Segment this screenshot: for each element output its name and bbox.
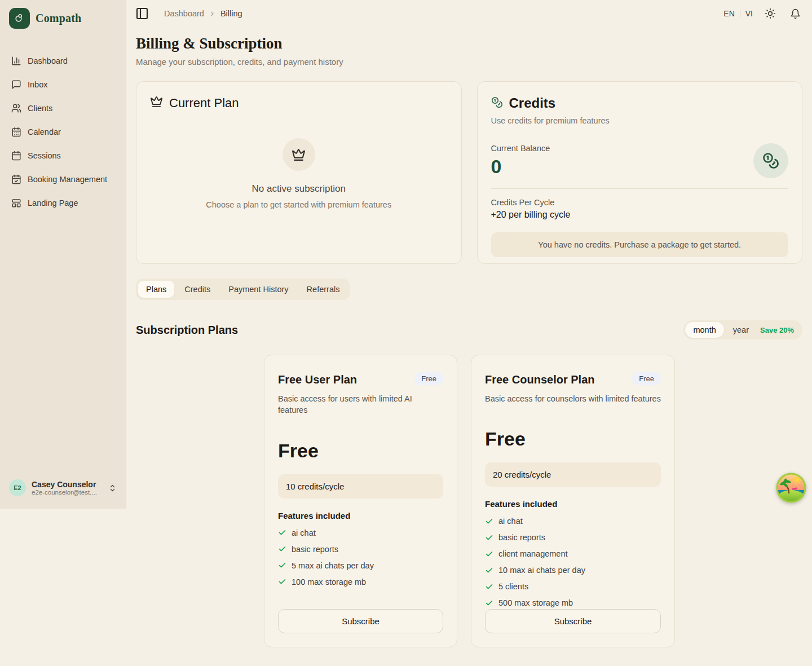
page-subtitle: Manage your subscription, credits, and p… — [136, 57, 803, 67]
balance-label: Current Balance — [491, 144, 550, 153]
billing-tabs: Plans Credits Payment History Referrals — [136, 279, 350, 300]
plan-price: Free — [485, 428, 661, 450]
current-plan-header: Current Plan — [150, 95, 448, 111]
check-icon — [278, 528, 286, 537]
credits-per-cycle-value: +20 per billing cycle — [491, 210, 789, 220]
plan-name: Free User Plan — [278, 373, 357, 386]
bell-icon — [790, 8, 801, 19]
calendar-icon — [11, 151, 21, 161]
tab-credits[interactable]: Credits — [176, 281, 218, 298]
check-icon — [485, 517, 493, 526]
plans-heading: Subscription Plans — [136, 324, 238, 337]
page-header: Billing & Subscription Manage your subsc… — [127, 27, 812, 67]
sidebar-item-label: Calendar — [28, 127, 61, 136]
crown-badge-icon — [283, 138, 315, 171]
feature-item: 5 max ai chats per day — [278, 561, 443, 570]
plan-top: Free Counselor Plan Free — [485, 369, 661, 386]
sidebar-item-label: Dashboard — [28, 56, 68, 65]
feature-item: client management — [485, 549, 661, 558]
no-subscription-title: No active subscription — [252, 183, 346, 195]
plan-credits-per-cycle: 20 credits/cycle — [485, 462, 661, 487]
user-menu[interactable]: E2 Casey Counselor e2e-counselor@test...… — [0, 475, 126, 501]
features-label: Features included — [485, 499, 661, 509]
coins-badge-icon — [753, 143, 788, 178]
subscribe-button-free-counselor[interactable]: Subscribe — [485, 609, 661, 633]
sidebar-item-sessions[interactable]: Sessions — [7, 146, 119, 165]
toggle-month[interactable]: month — [685, 322, 723, 338]
sidebar-item-dashboard[interactable]: Dashboard — [7, 51, 119, 70]
balance-value: 0 — [491, 156, 550, 177]
calendar-days-icon — [11, 127, 21, 137]
tropical-island-icon — [776, 473, 806, 503]
lang-en[interactable]: EN — [723, 9, 734, 18]
feature-item: 10 max ai chats per day — [485, 566, 661, 575]
breadcrumb-dashboard[interactable]: Dashboard — [164, 9, 204, 18]
plan-name: Free Counselor Plan — [485, 373, 595, 386]
tab-plans[interactable]: Plans — [138, 281, 174, 298]
sidebar-item-label: Inbox — [28, 80, 47, 89]
plan-top: Free User Plan Free — [278, 369, 443, 386]
lang-vi[interactable]: VI — [745, 9, 753, 18]
message-icon — [11, 80, 21, 90]
sidebar-item-label: Sessions — [28, 151, 61, 160]
check-icon — [278, 561, 286, 570]
sidebar-item-label: Landing Page — [28, 199, 78, 208]
billing-period-toggle: month year Save 20% — [683, 320, 802, 339]
users-icon — [11, 103, 21, 113]
sidebar-toggle-button[interactable] — [135, 6, 149, 21]
check-icon — [485, 599, 493, 607]
subscribe-button-free-user[interactable]: Subscribe — [278, 609, 443, 633]
user-meta: Casey Counselor e2e-counselor@test.... — [32, 480, 103, 496]
check-icon — [485, 566, 493, 575]
sun-icon — [765, 8, 776, 19]
feature-text: 500 max storage mb — [498, 598, 573, 607]
sidebar-item-booking-management[interactable]: Booking Management — [7, 170, 119, 189]
feature-text: basic reports — [292, 545, 338, 554]
sidebar-item-label: Clients — [28, 104, 52, 113]
feature-list: ai chat basic reports 5 max ai chats per… — [278, 528, 443, 586]
feature-list: ai chat basic reports client management … — [485, 517, 661, 607]
tab-referrals[interactable]: Referrals — [299, 281, 348, 298]
feature-text: ai chat — [292, 528, 316, 537]
toggle-year[interactable]: year — [725, 322, 757, 338]
credits-header: Credits — [491, 95, 789, 111]
brand-logo[interactable]: Compath — [0, 0, 126, 37]
check-icon — [278, 577, 286, 586]
user-email: e2e-counselor@test.... — [32, 489, 103, 496]
no-credits-notice: You have no credits. Purchase a package … — [491, 232, 789, 257]
plan-badge: Free — [632, 372, 661, 385]
theme-toggle-button[interactable] — [763, 6, 778, 21]
sidebar-item-calendar[interactable]: Calendar — [7, 122, 119, 142]
billing-tabs-wrap: Plans Credits Payment History Referrals — [127, 279, 812, 300]
calendar-check-icon — [11, 174, 21, 184]
credits-title: Credits — [509, 95, 556, 111]
plan-description: Basic access for users with limited AI f… — [278, 393, 443, 416]
chevron-right-icon — [209, 10, 216, 17]
island-widget-button[interactable] — [776, 473, 806, 503]
feature-text: ai chat — [498, 517, 523, 526]
tab-payment-history[interactable]: Payment History — [220, 281, 296, 298]
balance-row: Current Balance 0 — [491, 143, 789, 178]
check-icon — [485, 533, 493, 542]
sidebar: Compath Dashboard Inbox Clients Calendar — [0, 0, 126, 509]
sidebar-item-inbox[interactable]: Inbox — [7, 75, 119, 94]
no-subscription-state: No active subscription Choose a plan to … — [136, 138, 461, 209]
feature-text: 5 max ai chats per day — [292, 561, 374, 570]
topbar-actions: EN VI — [723, 6, 802, 21]
plans-section-header: Subscription Plans month year Save 20% — [127, 320, 812, 339]
features-label: Features included — [278, 511, 443, 521]
current-plan-card: Current Plan No active subscription Choo… — [136, 81, 462, 264]
avatar: E2 — [9, 479, 26, 496]
credits-subtitle: Use credits for premium features — [491, 116, 789, 125]
notifications-button[interactable] — [788, 6, 802, 21]
sidebar-item-clients[interactable]: Clients — [7, 99, 119, 118]
breadcrumb-billing: Billing — [220, 9, 242, 18]
plan-badge: Free — [414, 372, 443, 385]
divider — [491, 188, 789, 189]
feature-item: basic reports — [485, 533, 661, 542]
sidebar-item-landing-page[interactable]: Landing Page — [7, 193, 119, 213]
crown-icon — [150, 95, 163, 111]
feature-text: 5 clients — [498, 582, 528, 591]
lang-divider — [740, 10, 740, 17]
save-badge: Save 20% — [758, 326, 801, 334]
